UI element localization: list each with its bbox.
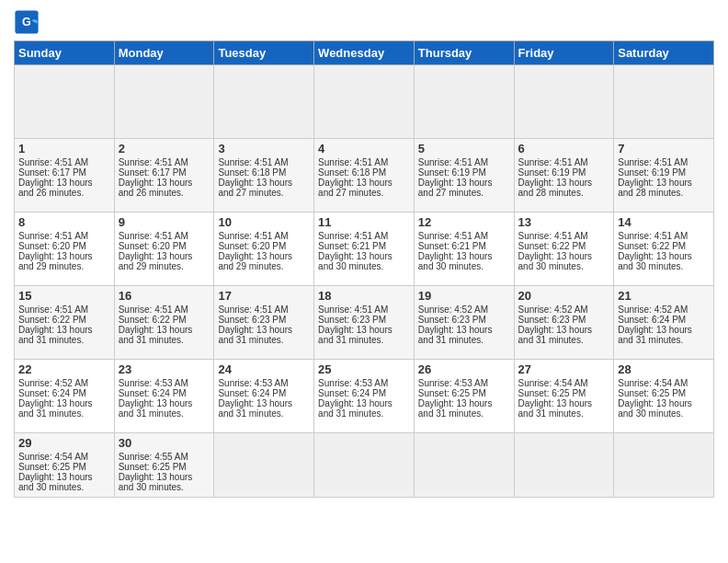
sunset-text: Sunset: 6:17 PM — [119, 167, 210, 178]
sunrise-text: Sunrise: 4:53 AM — [418, 378, 510, 388]
calendar-cell: 7Sunrise: 4:51 AMSunset: 6:19 PMDaylight… — [614, 139, 714, 213]
weekday-header-wednesday: Wednesday — [314, 41, 415, 65]
sunrise-text: Sunrise: 4:54 AM — [518, 378, 610, 388]
calendar-cell: 19Sunrise: 4:52 AMSunset: 6:23 PMDayligh… — [414, 286, 514, 360]
sunrise-text: Sunrise: 4:51 AM — [418, 231, 510, 241]
sunrise-text: Sunrise: 4:51 AM — [318, 157, 410, 167]
day-number: 23 — [119, 362, 210, 376]
calendar-cell: 22Sunrise: 4:52 AMSunset: 6:24 PMDayligh… — [15, 360, 115, 433]
daylight-text: Daylight: 13 hours and 31 minutes. — [18, 325, 110, 345]
calendar-cell: 30Sunrise: 4:55 AMSunset: 6:25 PMDayligh… — [114, 433, 214, 498]
sunset-text: Sunset: 6:24 PM — [218, 388, 310, 398]
day-number: 16 — [119, 289, 210, 303]
day-number: 21 — [618, 289, 710, 303]
sunset-text: Sunset: 6:25 PM — [418, 388, 510, 398]
calendar-cell — [514, 65, 614, 139]
sunset-text: Sunset: 6:21 PM — [418, 241, 510, 251]
sunrise-text: Sunrise: 4:51 AM — [119, 231, 210, 241]
daylight-text: Daylight: 13 hours and 28 minutes. — [518, 178, 610, 198]
sunrise-text: Sunrise: 4:51 AM — [18, 304, 110, 315]
calendar-cell: 5Sunrise: 4:51 AMSunset: 6:19 PMDaylight… — [414, 139, 514, 213]
sunrise-text: Sunrise: 4:51 AM — [618, 157, 710, 167]
weekday-header-tuesday: Tuesday — [214, 41, 314, 65]
daylight-text: Daylight: 13 hours and 31 minutes. — [518, 398, 610, 419]
day-number: 2 — [119, 142, 210, 155]
header: G — [14, 9, 714, 35]
sunrise-text: Sunrise: 4:51 AM — [119, 304, 210, 315]
daylight-text: Daylight: 13 hours and 29 minutes. — [218, 251, 310, 271]
calendar-cell — [314, 433, 415, 498]
day-number: 13 — [518, 215, 610, 229]
calendar-cell: 20Sunrise: 4:52 AMSunset: 6:23 PMDayligh… — [514, 286, 614, 360]
sunrise-text: Sunrise: 4:51 AM — [318, 231, 410, 241]
day-number: 28 — [618, 362, 710, 376]
sunrise-text: Sunrise: 4:51 AM — [218, 304, 310, 315]
calendar-cell — [214, 65, 314, 139]
calendar-cell: 10Sunrise: 4:51 AMSunset: 6:20 PMDayligh… — [214, 213, 314, 286]
calendar-cell: 24Sunrise: 4:53 AMSunset: 6:24 PMDayligh… — [214, 360, 314, 433]
sunset-text: Sunset: 6:25 PM — [119, 462, 210, 472]
sunrise-text: Sunrise: 4:55 AM — [119, 452, 210, 462]
sunrise-text: Sunrise: 4:53 AM — [318, 378, 410, 388]
day-number: 15 — [18, 289, 110, 303]
daylight-text: Daylight: 13 hours and 30 minutes. — [119, 472, 210, 492]
weekday-header-thursday: Thursday — [414, 41, 514, 65]
daylight-text: Daylight: 13 hours and 27 minutes. — [418, 178, 510, 198]
daylight-text: Daylight: 13 hours and 31 minutes. — [318, 398, 410, 419]
svg-text:G: G — [22, 16, 31, 29]
day-number: 24 — [218, 362, 310, 376]
daylight-text: Daylight: 13 hours and 31 minutes. — [18, 398, 110, 419]
sunrise-text: Sunrise: 4:51 AM — [618, 231, 710, 241]
daylight-text: Daylight: 13 hours and 31 minutes. — [418, 398, 510, 419]
sunset-text: Sunset: 6:25 PM — [518, 388, 610, 398]
sunset-text: Sunset: 6:24 PM — [119, 388, 210, 398]
sunset-text: Sunset: 6:19 PM — [418, 167, 510, 178]
sunset-text: Sunset: 6:19 PM — [518, 167, 610, 178]
day-number: 22 — [18, 362, 110, 376]
sunset-text: Sunset: 6:22 PM — [518, 241, 610, 251]
day-number: 25 — [318, 362, 410, 376]
day-number: 29 — [18, 436, 110, 450]
daylight-text: Daylight: 13 hours and 31 minutes. — [119, 398, 210, 419]
sunset-text: Sunset: 6:23 PM — [218, 315, 310, 325]
calendar-cell: 12Sunrise: 4:51 AMSunset: 6:21 PMDayligh… — [414, 213, 514, 286]
sunset-text: Sunset: 6:22 PM — [18, 315, 110, 325]
sunset-text: Sunset: 6:24 PM — [318, 388, 410, 398]
sunrise-text: Sunrise: 4:51 AM — [318, 304, 410, 315]
sunrise-text: Sunrise: 4:51 AM — [518, 157, 610, 167]
sunset-text: Sunset: 6:23 PM — [518, 315, 610, 325]
weekday-header-friday: Friday — [514, 41, 614, 65]
weekday-header-saturday: Saturday — [614, 41, 714, 65]
sunrise-text: Sunrise: 4:53 AM — [218, 378, 310, 388]
sunrise-text: Sunrise: 4:51 AM — [418, 157, 510, 167]
sunrise-text: Sunrise: 4:52 AM — [18, 378, 110, 388]
calendar-cell: 8Sunrise: 4:51 AMSunset: 6:20 PMDaylight… — [15, 213, 115, 286]
daylight-text: Daylight: 13 hours and 28 minutes. — [618, 178, 710, 198]
calendar-cell: 29Sunrise: 4:54 AMSunset: 6:25 PMDayligh… — [15, 433, 115, 498]
sunset-text: Sunset: 6:20 PM — [218, 241, 310, 251]
sunset-text: Sunset: 6:24 PM — [618, 315, 710, 325]
sunset-text: Sunset: 6:24 PM — [18, 388, 110, 398]
day-number: 18 — [318, 289, 410, 303]
calendar-cell: 16Sunrise: 4:51 AMSunset: 6:22 PMDayligh… — [114, 286, 214, 360]
day-number: 10 — [218, 215, 310, 229]
calendar-cell: 11Sunrise: 4:51 AMSunset: 6:21 PMDayligh… — [314, 213, 415, 286]
calendar-cell: 1Sunrise: 4:51 AMSunset: 6:17 PMDaylight… — [15, 139, 115, 213]
calendar-cell: 17Sunrise: 4:51 AMSunset: 6:23 PMDayligh… — [214, 286, 314, 360]
day-number: 12 — [418, 215, 510, 229]
calendar-cell: 14Sunrise: 4:51 AMSunset: 6:22 PMDayligh… — [614, 213, 714, 286]
daylight-text: Daylight: 13 hours and 30 minutes. — [518, 251, 610, 271]
day-number: 17 — [218, 289, 310, 303]
calendar-cell — [614, 433, 714, 498]
page-container: G SundayMondayTuesdayWednesdayThursdayFr… — [0, 0, 728, 507]
daylight-text: Daylight: 13 hours and 31 minutes. — [618, 325, 710, 345]
day-number: 19 — [418, 289, 510, 303]
sunset-text: Sunset: 6:23 PM — [318, 315, 410, 325]
daylight-text: Daylight: 13 hours and 31 minutes. — [218, 398, 310, 419]
day-number: 20 — [518, 289, 610, 303]
daylight-text: Daylight: 13 hours and 26 minutes. — [119, 178, 210, 198]
daylight-text: Daylight: 13 hours and 31 minutes. — [318, 325, 410, 345]
calendar-cell: 21Sunrise: 4:52 AMSunset: 6:24 PMDayligh… — [614, 286, 714, 360]
sunset-text: Sunset: 6:19 PM — [618, 167, 710, 178]
sunset-text: Sunset: 6:18 PM — [318, 167, 410, 178]
